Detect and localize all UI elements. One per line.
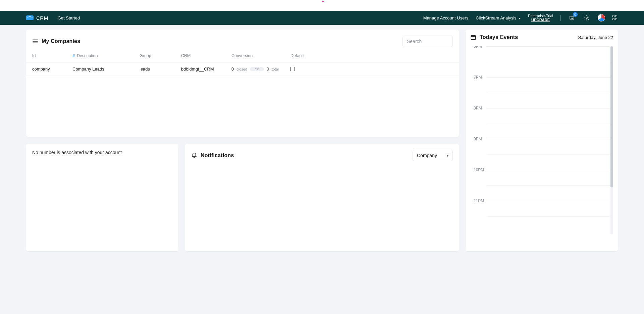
app-header: CRM Get Started Manage Account Users Cli… <box>0 11 644 25</box>
nav-clickstream-analysis[interactable]: ClickStream Analysis ▾ <box>476 15 521 20</box>
hour-label: 9PM <box>474 137 482 141</box>
events-title: Todays Events <box>480 34 518 40</box>
hour-label: 8PM <box>474 106 482 110</box>
hour-label: 10PM <box>474 168 484 172</box>
nav-get-started[interactable]: Get Started <box>58 15 80 20</box>
conv-total-label: total <box>272 67 279 71</box>
nav-manage-account-users[interactable]: Manage Account Users <box>423 15 468 20</box>
hour-label: 7PM <box>474 75 482 80</box>
hour-slot: 11PM <box>470 201 610 232</box>
chevron-down-icon: ▾ <box>519 16 521 20</box>
inbox-button[interactable]: 0 <box>568 14 576 21</box>
notifications-card: Notifications Company ▾ <box>185 144 459 251</box>
svg-rect-4 <box>471 36 476 40</box>
app-launcher-button[interactable] <box>612 15 618 20</box>
events-date: Saturday, June 22 <box>578 35 613 40</box>
col-group[interactable]: Group <box>140 53 181 58</box>
hash-icon: # <box>72 53 75 58</box>
col-id[interactable]: Id <box>32 53 72 58</box>
col-description[interactable]: # Description <box>72 53 140 58</box>
hour-label: 11PM <box>474 198 484 203</box>
notifications-title: Notifications <box>201 152 234 159</box>
table-row[interactable]: company Company Leads leads bdbldmgt__CR… <box>26 62 459 76</box>
companies-search-input[interactable] <box>402 36 453 47</box>
hour-slot: 10PM <box>470 170 610 201</box>
timeline-scrollbar[interactable] <box>610 46 613 234</box>
calendar-icon <box>470 34 476 40</box>
my-companies-title: My Companies <box>42 38 80 44</box>
recording-indicator <box>322 1 324 2</box>
hour-label: 6PM <box>474 46 482 49</box>
hour-line <box>486 201 610 201</box>
hour-slot: 7PM <box>470 77 610 108</box>
gear-icon <box>584 15 590 21</box>
hour-line <box>486 46 610 47</box>
cell-group: leads <box>140 66 181 72</box>
divider <box>560 15 561 21</box>
page: My Companies Id # Description Group CRM … <box>0 25 644 314</box>
cell-crm: bdbldmgt__CRM <box>181 66 231 72</box>
hour-line <box>486 108 610 108</box>
half-hour-line <box>486 216 610 217</box>
settings-button[interactable] <box>583 14 590 21</box>
cell-conversion: 0 closed 0% 0 total <box>231 66 290 72</box>
half-hour-line <box>486 62 610 62</box>
col-description-label: Description <box>77 53 98 58</box>
todays-events-card: Todays Events Saturday, June 22 6PM 7PM <box>466 30 618 251</box>
hour-line <box>486 77 610 78</box>
svg-point-0 <box>586 17 588 19</box>
notifications-filter-value: Company <box>417 153 437 158</box>
half-hour-line <box>486 154 610 155</box>
conv-closed-n: 0 <box>231 66 234 72</box>
brand[interactable]: CRM <box>26 15 48 21</box>
phone-card: No number is associated with your accoun… <box>26 144 178 251</box>
col-default[interactable]: Default <box>290 53 324 58</box>
phone-message: No number is associated with your accoun… <box>32 150 172 155</box>
list-icon <box>32 39 38 44</box>
hour-line <box>486 139 610 139</box>
trial-label: Enterprise-Trial <box>528 14 553 18</box>
hour-slot: 6PM <box>470 46 610 77</box>
companies-thead: Id # Description Group CRM Conversion De… <box>26 49 459 62</box>
avatar[interactable] <box>598 14 605 21</box>
caret-down-icon: ▾ <box>447 154 448 158</box>
header-nav: Get Started <box>58 15 80 20</box>
nav-clickstream-label: ClickStream Analysis <box>476 15 516 20</box>
brand-logo-icon <box>26 15 34 20</box>
timeline-scroll-thumb[interactable] <box>610 46 613 187</box>
trial-block: Enterprise-Trial UPGRADE <box>528 14 553 22</box>
brand-name: CRM <box>36 15 48 21</box>
companies-table: Id # Description Group CRM Conversion De… <box>32 49 453 76</box>
conv-total-n: 0 <box>267 66 269 72</box>
conv-bar: 0% <box>250 67 264 71</box>
cell-id: company <box>32 66 72 72</box>
col-crm[interactable]: CRM <box>181 53 231 58</box>
conv-closed-label: closed <box>236 67 247 71</box>
default-checkbox[interactable] <box>290 67 295 71</box>
notifications-filter-select[interactable]: Company ▾ <box>413 150 453 161</box>
upgrade-link[interactable]: UPGRADE <box>531 18 550 22</box>
hour-slot: 8PM <box>470 108 610 139</box>
header-right: Manage Account Users ClickStream Analysi… <box>423 14 618 22</box>
half-hour-line <box>486 124 610 124</box>
my-companies-card: My Companies Id # Description Group CRM … <box>26 30 459 137</box>
cell-description: Company Leads <box>72 66 140 72</box>
browser-top-blank <box>0 0 644 11</box>
half-hour-line <box>486 185 610 186</box>
conv-pct: 0% <box>255 68 259 71</box>
hour-line <box>486 170 610 170</box>
events-timeline[interactable]: 6PM 7PM 8PM 9PM <box>470 46 613 248</box>
cell-default[interactable] <box>290 67 324 71</box>
col-conversion[interactable]: Conversion <box>231 53 290 58</box>
hour-slot: 9PM <box>470 139 610 170</box>
half-hour-line <box>486 93 610 93</box>
inbox-badge: 0 <box>573 12 578 17</box>
bell-icon <box>191 152 197 159</box>
